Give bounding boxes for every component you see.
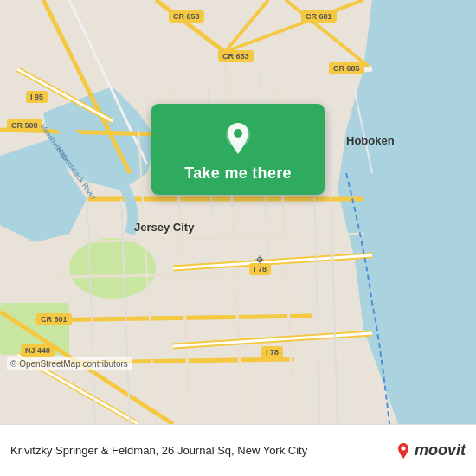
road-cr685: CR 685	[329, 62, 364, 74]
jersey-city-label: Jersey City	[134, 221, 194, 234]
road-cr508: CR 508	[7, 119, 42, 132]
copyright-text: © OpenStreetMap contributors	[7, 357, 132, 370]
map-cursor: ⌖	[255, 251, 264, 269]
cta-button-label: Take me there	[184, 164, 292, 183]
address-text: Krivitzky Springer & Feldman, 26 Journal…	[10, 444, 394, 457]
map-container: Jersey City Hoboken CR 653 CR 653 CR 681…	[0, 0, 476, 424]
cta-overlay: Take me there	[134, 104, 342, 195]
road-cr501: CR 501	[36, 313, 72, 325]
moovit-pin-icon	[394, 441, 413, 460]
svg-point-44	[401, 446, 405, 450]
road-nj440: NJ 440	[21, 344, 55, 357]
moovit-logo: moovit	[394, 441, 466, 460]
svg-point-43	[234, 129, 242, 138]
road-i95: I 95	[26, 91, 48, 103]
location-pin-icon	[219, 119, 257, 158]
hoboken-label: Hoboken	[346, 134, 395, 147]
bottom-bar: Krivitzky Springer & Feldman, 26 Journal…	[0, 424, 476, 476]
take-me-there-button[interactable]: Take me there	[151, 104, 325, 195]
moovit-brand-text: moovit	[415, 441, 466, 460]
svg-point-4	[69, 238, 156, 299]
road-cr681: CR 681	[301, 10, 337, 23]
road-i78-2: I 78	[261, 346, 283, 358]
road-cr653-1: CR 653	[169, 10, 204, 23]
road-cr653-2: CR 653	[218, 50, 254, 62]
